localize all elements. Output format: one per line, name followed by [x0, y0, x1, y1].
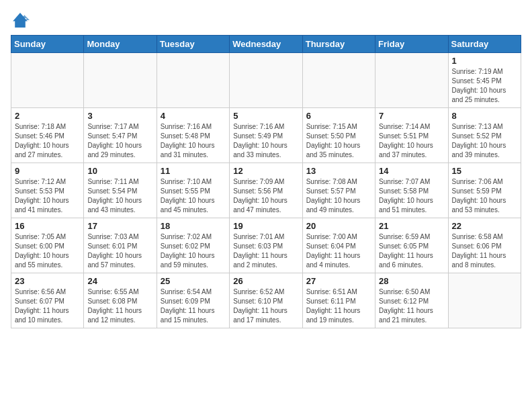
day-number: 24 [87, 276, 152, 286]
day-info: Sunrise: 7:02 AM Sunset: 6:02 PM Dayligh… [161, 232, 226, 270]
day-info: Sunrise: 6:51 AM Sunset: 6:11 PM Dayligh… [306, 287, 371, 325]
day-info: Sunrise: 7:08 AM Sunset: 5:57 PM Dayligh… [306, 177, 371, 215]
calendar-cell: 24Sunrise: 6:55 AM Sunset: 6:08 PM Dayli… [84, 273, 157, 328]
day-info: Sunrise: 6:56 AM Sunset: 6:07 PM Dayligh… [15, 287, 80, 325]
day-number: 11 [161, 166, 226, 176]
day-info: Sunrise: 6:58 AM Sunset: 6:06 PM Dayligh… [452, 232, 517, 270]
calendar-cell: 18Sunrise: 7:02 AM Sunset: 6:02 PM Dayli… [157, 218, 229, 273]
day-info: Sunrise: 6:55 AM Sunset: 6:08 PM Dayligh… [87, 287, 152, 325]
day-info: Sunrise: 6:52 AM Sunset: 6:10 PM Dayligh… [233, 287, 298, 325]
calendar-cell [157, 53, 229, 108]
day-number: 27 [306, 276, 371, 286]
calendar-cell [230, 53, 302, 108]
day-number: 7 [379, 111, 444, 121]
day-info: Sunrise: 7:09 AM Sunset: 5:56 PM Dayligh… [233, 177, 298, 215]
day-info: Sunrise: 7:19 AM Sunset: 5:45 PM Dayligh… [452, 67, 517, 105]
calendar-cell [11, 53, 84, 108]
day-number: 19 [233, 221, 298, 231]
calendar-header-row: SundayMondayTuesdayWednesdayThursdayFrid… [11, 36, 521, 53]
day-number: 26 [233, 276, 298, 286]
day-number: 16 [15, 221, 80, 231]
calendar-cell: 17Sunrise: 7:03 AM Sunset: 6:01 PM Dayli… [84, 218, 157, 273]
calendar-cell: 5Sunrise: 7:16 AM Sunset: 5:49 PM Daylig… [230, 108, 302, 163]
day-number: 22 [452, 221, 517, 231]
day-number: 5 [233, 111, 298, 121]
day-info: Sunrise: 7:14 AM Sunset: 5:51 PM Dayligh… [379, 122, 444, 160]
calendar-cell: 26Sunrise: 6:52 AM Sunset: 6:10 PM Dayli… [230, 273, 302, 328]
day-info: Sunrise: 7:13 AM Sunset: 5:52 PM Dayligh… [452, 122, 517, 160]
calendar-cell [84, 53, 157, 108]
calendar-cell: 11Sunrise: 7:10 AM Sunset: 5:55 PM Dayli… [157, 163, 229, 218]
calendar-week-row: 16Sunrise: 7:05 AM Sunset: 6:00 PM Dayli… [11, 218, 521, 273]
calendar-week-row: 2Sunrise: 7:18 AM Sunset: 5:46 PM Daylig… [11, 108, 521, 163]
day-number: 8 [452, 111, 517, 121]
day-number: 3 [87, 111, 152, 121]
day-number: 10 [87, 166, 152, 176]
calendar-cell: 6Sunrise: 7:15 AM Sunset: 5:50 PM Daylig… [302, 108, 375, 163]
day-info: Sunrise: 7:15 AM Sunset: 5:50 PM Dayligh… [306, 122, 371, 160]
day-number: 17 [87, 221, 152, 231]
day-info: Sunrise: 7:01 AM Sunset: 6:03 PM Dayligh… [233, 232, 298, 270]
day-info: Sunrise: 6:50 AM Sunset: 6:12 PM Dayligh… [379, 287, 444, 325]
day-number: 25 [161, 276, 226, 286]
calendar-cell: 7Sunrise: 7:14 AM Sunset: 5:51 PM Daylig… [375, 108, 448, 163]
calendar-week-row: 23Sunrise: 6:56 AM Sunset: 6:07 PM Dayli… [11, 273, 521, 328]
calendar-cell [302, 53, 375, 108]
svg-marker-0 [13, 13, 28, 28]
day-number: 23 [15, 276, 80, 286]
day-info: Sunrise: 7:07 AM Sunset: 5:58 PM Dayligh… [379, 177, 444, 215]
day-number: 15 [452, 166, 517, 176]
day-number: 28 [379, 276, 444, 286]
day-number: 6 [306, 111, 371, 121]
day-number: 9 [15, 166, 80, 176]
calendar-cell [375, 53, 448, 108]
calendar-cell: 9Sunrise: 7:12 AM Sunset: 5:53 PM Daylig… [11, 163, 84, 218]
calendar-cell: 4Sunrise: 7:16 AM Sunset: 5:48 PM Daylig… [157, 108, 229, 163]
calendar-cell: 23Sunrise: 6:56 AM Sunset: 6:07 PM Dayli… [11, 273, 84, 328]
col-header-tuesday: Tuesday [157, 36, 229, 53]
day-info: Sunrise: 7:10 AM Sunset: 5:55 PM Dayligh… [161, 177, 226, 215]
col-header-wednesday: Wednesday [230, 36, 302, 53]
day-info: Sunrise: 7:17 AM Sunset: 5:47 PM Dayligh… [87, 122, 152, 160]
calendar-cell: 22Sunrise: 6:58 AM Sunset: 6:06 PM Dayli… [448, 218, 521, 273]
calendar-table: SundayMondayTuesdayWednesdayThursdayFrid… [11, 35, 521, 328]
calendar-cell: 2Sunrise: 7:18 AM Sunset: 5:46 PM Daylig… [11, 108, 84, 163]
day-number: 4 [161, 111, 226, 121]
calendar-cell: 16Sunrise: 7:05 AM Sunset: 6:00 PM Dayli… [11, 218, 84, 273]
day-info: Sunrise: 7:03 AM Sunset: 6:01 PM Dayligh… [87, 232, 152, 270]
logo-icon [11, 11, 30, 30]
col-header-thursday: Thursday [302, 36, 375, 53]
calendar-cell: 8Sunrise: 7:13 AM Sunset: 5:52 PM Daylig… [448, 108, 521, 163]
day-info: Sunrise: 7:06 AM Sunset: 5:59 PM Dayligh… [452, 177, 517, 215]
col-header-saturday: Saturday [448, 36, 521, 53]
day-info: Sunrise: 7:00 AM Sunset: 6:04 PM Dayligh… [306, 232, 371, 270]
calendar-cell: 13Sunrise: 7:08 AM Sunset: 5:57 PM Dayli… [302, 163, 375, 218]
col-header-friday: Friday [375, 36, 448, 53]
calendar-week-row: 1Sunrise: 7:19 AM Sunset: 5:45 PM Daylig… [11, 53, 521, 108]
page-header [11, 11, 521, 30]
calendar-week-row: 9Sunrise: 7:12 AM Sunset: 5:53 PM Daylig… [11, 163, 521, 218]
calendar-cell: 15Sunrise: 7:06 AM Sunset: 5:59 PM Dayli… [448, 163, 521, 218]
day-number: 13 [306, 166, 371, 176]
day-number: 18 [161, 221, 226, 231]
day-info: Sunrise: 7:16 AM Sunset: 5:48 PM Dayligh… [161, 122, 226, 160]
calendar-cell: 21Sunrise: 6:59 AM Sunset: 6:05 PM Dayli… [375, 218, 448, 273]
day-info: Sunrise: 6:54 AM Sunset: 6:09 PM Dayligh… [161, 287, 226, 325]
calendar-cell: 3Sunrise: 7:17 AM Sunset: 5:47 PM Daylig… [84, 108, 157, 163]
logo [11, 11, 32, 30]
calendar-cell: 28Sunrise: 6:50 AM Sunset: 6:12 PM Dayli… [375, 273, 448, 328]
day-info: Sunrise: 7:05 AM Sunset: 6:00 PM Dayligh… [15, 232, 80, 270]
day-info: Sunrise: 6:59 AM Sunset: 6:05 PM Dayligh… [379, 232, 444, 270]
day-number: 20 [306, 221, 371, 231]
day-number: 1 [452, 56, 517, 66]
calendar-cell: 12Sunrise: 7:09 AM Sunset: 5:56 PM Dayli… [230, 163, 302, 218]
col-header-monday: Monday [84, 36, 157, 53]
calendar-cell: 1Sunrise: 7:19 AM Sunset: 5:45 PM Daylig… [448, 53, 521, 108]
calendar-cell: 19Sunrise: 7:01 AM Sunset: 6:03 PM Dayli… [230, 218, 302, 273]
day-info: Sunrise: 7:12 AM Sunset: 5:53 PM Dayligh… [15, 177, 80, 215]
col-header-sunday: Sunday [11, 36, 84, 53]
calendar-cell: 14Sunrise: 7:07 AM Sunset: 5:58 PM Dayli… [375, 163, 448, 218]
day-number: 21 [379, 221, 444, 231]
day-info: Sunrise: 7:16 AM Sunset: 5:49 PM Dayligh… [233, 122, 298, 160]
day-info: Sunrise: 7:18 AM Sunset: 5:46 PM Dayligh… [15, 122, 80, 160]
